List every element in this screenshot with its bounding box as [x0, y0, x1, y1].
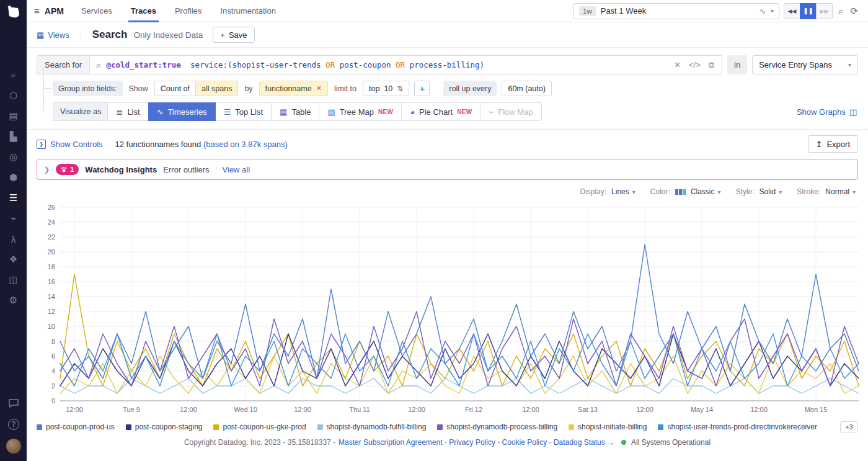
- legend-more-chip[interactable]: +3: [840, 421, 858, 432]
- rollup-label-chip: roll up every: [443, 81, 497, 96]
- pause-button[interactable]: ❚❚: [800, 3, 817, 19]
- footer: Copyright Datadog, Inc. 2023 - 35.158183…: [27, 438, 868, 447]
- top-value: 10: [384, 84, 392, 93]
- product-menu-icon[interactable]: ≡: [34, 6, 40, 16]
- results-span-link[interactable]: (based on 3.87k spans): [203, 140, 288, 149]
- group-into-fields-chip[interactable]: Group into fields:: [53, 81, 123, 96]
- timeseries-chart[interactable]: 12:00Tue 912:00Wed 1012:00Thu 1112:00Fri…: [27, 196, 868, 420]
- footer-link[interactable]: Datadog Status →: [554, 438, 614, 447]
- viz-option-label: Top List: [235, 107, 263, 117]
- views-button[interactable]: ▦ Views: [37, 30, 81, 40]
- viz-option-list[interactable]: ≣List: [107, 102, 148, 121]
- code-icon[interactable]: </>: [689, 60, 701, 69]
- style-select[interactable]: Solid ▾: [760, 187, 782, 196]
- help-icon[interactable]: ?: [8, 419, 19, 430]
- tab-profiles[interactable]: Profiles: [175, 0, 202, 22]
- results-summary: 12 functionnames found (based on 3.87k s…: [115, 140, 288, 149]
- add-query-button[interactable]: +: [414, 81, 430, 96]
- viz-option-pie-chart[interactable]: ◕Pie ChartNEW: [401, 102, 480, 121]
- security-icon[interactable]: ⬢: [6, 171, 22, 184]
- logs-icon[interactable]: ▤: [6, 109, 22, 123]
- search-query-text[interactable]: @cold_start:true service:(shopist-user-t…: [106, 60, 674, 69]
- in-label: in: [727, 55, 747, 74]
- serverless-icon[interactable]: λ: [6, 232, 22, 246]
- viz-option-label: Tree Map: [340, 107, 374, 117]
- infrastructure-icon[interactable]: ⬡: [6, 89, 22, 102]
- viz-option-tree-map[interactable]: ▧Tree MapNEW: [319, 102, 402, 121]
- limit-control[interactable]: top 10 ⇅: [363, 81, 409, 96]
- chevron-right-icon[interactable]: ❯: [44, 166, 50, 174]
- stroke-select[interactable]: Normal ▾: [825, 187, 856, 196]
- sort-icon[interactable]: ⇅: [397, 84, 403, 93]
- zoom-out-icon[interactable]: ⌕: [837, 6, 844, 17]
- all-spans-chip[interactable]: all spans: [196, 81, 238, 96]
- integrations-icon[interactable]: ⚙: [6, 293, 22, 307]
- save-button[interactable]: + Save: [213, 27, 254, 43]
- svg-text:12:00: 12:00: [180, 406, 197, 413]
- footer-link[interactable]: Cookie Policy: [502, 438, 547, 447]
- show-graphs-toggle[interactable]: Show Graphs ◫: [797, 107, 857, 117]
- viz-option-table[interactable]: ▦Table: [271, 102, 319, 121]
- legend-item[interactable]: shopist-user-trends-prod-directinvokerec…: [658, 423, 817, 431]
- legend-label: shopist-initiate-billing: [578, 423, 647, 431]
- legend-item[interactable]: shopist-dynamodb-fulfill-billing: [317, 423, 427, 431]
- chat-icon[interactable]: [6, 396, 22, 410]
- metrics-icon[interactable]: ▙: [6, 130, 22, 143]
- network-icon[interactable]: ⌁: [6, 212, 22, 225]
- dashboards-icon[interactable]: ◫: [6, 273, 22, 287]
- apm-icon[interactable]: ☰: [6, 191, 22, 205]
- viz-option-flow-map[interactable]: ⌁Flow Map: [480, 102, 541, 121]
- svg-text:2: 2: [51, 382, 55, 390]
- style-value: Solid: [760, 187, 776, 196]
- facet-chip[interactable]: functionname ✕: [259, 81, 328, 96]
- display-select[interactable]: Lines ▾: [611, 187, 636, 196]
- legend-item[interactable]: shopist-initiate-billing: [569, 423, 647, 431]
- viz-option-top-list[interactable]: ☰Top List: [215, 102, 272, 121]
- show-controls-button[interactable]: ❯ Show Controls: [37, 140, 103, 149]
- forward-button[interactable]: ▶▶: [816, 3, 833, 19]
- visualize-as-label: Visualize as: [53, 102, 108, 121]
- color-select[interactable]: Classic ▾: [675, 187, 721, 196]
- watchdog-view-all-link[interactable]: View all: [223, 165, 250, 174]
- export-button[interactable]: ↥ Export: [808, 135, 858, 153]
- refresh-icon[interactable]: ⟳: [849, 6, 859, 17]
- footer-link[interactable]: Privacy Policy: [449, 438, 495, 447]
- legend-item[interactable]: post-coupon-us-gke-prod: [213, 423, 306, 431]
- viz-option-label: Flow Map: [498, 107, 533, 117]
- watchdog-insights-banner[interactable]: ❯ 1 Watchdog Insights Error outliers Vie…: [37, 159, 858, 180]
- tab-traces[interactable]: Traces: [131, 0, 156, 22]
- timeseries-svg[interactable]: 12:00Tue 912:00Wed 1012:00Thu 1112:00Fri…: [32, 197, 863, 418]
- timeseries-icon: ∿: [157, 107, 164, 117]
- footer-link[interactable]: Master Subscription Agreement: [339, 438, 442, 447]
- copy-icon[interactable]: ⧉: [709, 60, 714, 70]
- viz-option-timeseries[interactable]: ∿Timeseries: [148, 102, 216, 121]
- datadog-logo[interactable]: [0, 0, 27, 25]
- remove-facet-icon[interactable]: ✕: [316, 84, 322, 92]
- scope-select[interactable]: Service Entry Spans ▾: [752, 55, 858, 74]
- legend-item[interactable]: post-coupon-prod-us: [37, 423, 115, 431]
- legend-item[interactable]: shopist-dynamodb-process-billing: [437, 423, 557, 431]
- search-input[interactable]: Search for ⌕ @cold_start:true service:(s…: [37, 55, 722, 74]
- status-ok-icon: [621, 440, 626, 445]
- treemap-icon: ▧: [327, 107, 335, 117]
- rewind-button[interactable]: ◀◀: [784, 3, 800, 19]
- count-of-chip[interactable]: Count of: [154, 81, 196, 96]
- time-range-label: Past 1 Week: [601, 6, 755, 16]
- group-row: Group into fields: Show Count of all spa…: [53, 81, 858, 96]
- synthetics-icon[interactable]: ❖: [6, 253, 22, 266]
- clear-icon[interactable]: ✕: [674, 60, 681, 69]
- search-icon[interactable]: ⌕: [6, 68, 22, 82]
- legend-label: post-coupon-us-gke-prod: [223, 423, 306, 431]
- query-token: [181, 60, 190, 69]
- svg-text:12:00: 12:00: [636, 406, 653, 413]
- time-range-picker[interactable]: 1w Past 1 Week ∿ ▾: [574, 3, 779, 19]
- product-title: APM: [45, 6, 64, 16]
- watchdog-icon[interactable]: ◎: [6, 150, 22, 164]
- legend-item[interactable]: post-coupon-staging: [126, 423, 203, 431]
- rollup-value-chip[interactable]: 60m (auto): [502, 81, 551, 96]
- app-root: ⌕⬡▤▙◎⬢☰⌁λ❖◫⚙ ? ≡ APM ServicesTracesProfi…: [0, 0, 868, 461]
- legend-swatch: [126, 424, 131, 430]
- user-avatar[interactable]: [6, 439, 21, 454]
- tab-instrumentation[interactable]: Instrumentation: [220, 0, 276, 22]
- tab-services[interactable]: Services: [81, 0, 112, 22]
